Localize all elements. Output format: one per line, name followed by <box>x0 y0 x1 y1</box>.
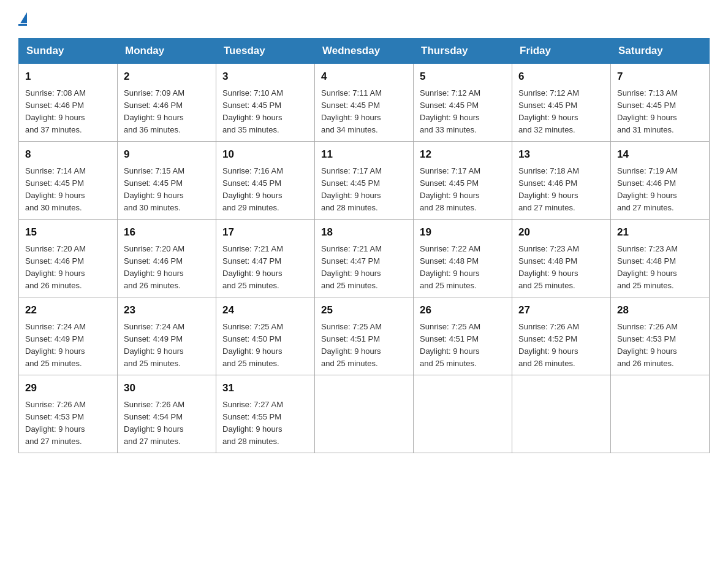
day-info: Sunrise: 7:08 AMSunset: 4:46 PMDaylight:… <box>25 88 86 134</box>
day-info: Sunrise: 7:18 AMSunset: 4:46 PMDaylight:… <box>518 166 579 212</box>
calendar-cell: 3Sunrise: 7:10 AMSunset: 4:45 PMDaylight… <box>216 64 315 142</box>
calendar-table: SundayMondayTuesdayWednesdayThursdayFrid… <box>18 38 710 453</box>
day-info: Sunrise: 7:24 AMSunset: 4:49 PMDaylight:… <box>25 322 86 368</box>
calendar-cell: 14Sunrise: 7:19 AMSunset: 4:46 PMDayligh… <box>611 142 710 220</box>
day-number: 31 <box>222 380 308 396</box>
calendar-cell: 20Sunrise: 7:23 AMSunset: 4:48 PMDayligh… <box>512 220 611 297</box>
day-number: 7 <box>617 69 703 85</box>
weekday-header-sunday: Sunday <box>19 39 118 64</box>
day-number: 9 <box>124 147 210 163</box>
day-number: 16 <box>124 224 210 240</box>
day-info: Sunrise: 7:12 AMSunset: 4:45 PMDaylight:… <box>518 88 579 134</box>
day-number: 18 <box>321 224 407 240</box>
day-number: 29 <box>25 380 111 396</box>
day-info: Sunrise: 7:14 AMSunset: 4:45 PMDaylight:… <box>25 166 86 212</box>
day-number: 21 <box>617 224 703 240</box>
day-info: Sunrise: 7:21 AMSunset: 4:47 PMDaylight:… <box>222 244 283 290</box>
calendar-cell: 22Sunrise: 7:24 AMSunset: 4:49 PMDayligh… <box>19 297 118 375</box>
weekday-header-saturday: Saturday <box>611 39 710 64</box>
calendar-cell: 18Sunrise: 7:21 AMSunset: 4:47 PMDayligh… <box>315 220 414 297</box>
weekday-header-wednesday: Wednesday <box>315 39 414 64</box>
day-number: 28 <box>617 302 703 318</box>
calendar-cell: 30Sunrise: 7:26 AMSunset: 4:54 PMDayligh… <box>118 375 216 453</box>
day-number: 17 <box>222 224 308 240</box>
day-info: Sunrise: 7:19 AMSunset: 4:46 PMDaylight:… <box>617 166 678 212</box>
calendar-cell: 7Sunrise: 7:13 AMSunset: 4:45 PMDaylight… <box>611 64 710 142</box>
day-info: Sunrise: 7:27 AMSunset: 4:55 PMDaylight:… <box>222 400 283 446</box>
day-number: 22 <box>25 302 111 318</box>
page-header <box>18 12 710 26</box>
day-number: 24 <box>222 302 308 318</box>
calendar-cell: 17Sunrise: 7:21 AMSunset: 4:47 PMDayligh… <box>216 220 315 297</box>
day-number: 19 <box>420 224 506 240</box>
calendar-cell: 19Sunrise: 7:22 AMSunset: 4:48 PMDayligh… <box>414 220 512 297</box>
calendar-cell: 29Sunrise: 7:26 AMSunset: 4:53 PMDayligh… <box>19 375 118 453</box>
weekday-header-tuesday: Tuesday <box>216 39 315 64</box>
day-info: Sunrise: 7:26 AMSunset: 4:53 PMDaylight:… <box>617 322 678 368</box>
calendar-cell <box>611 375 710 453</box>
calendar-cell <box>512 375 611 453</box>
day-info: Sunrise: 7:21 AMSunset: 4:47 PMDaylight:… <box>321 244 382 290</box>
calendar-cell: 11Sunrise: 7:17 AMSunset: 4:45 PMDayligh… <box>315 142 414 220</box>
calendar-cell <box>315 375 414 453</box>
day-info: Sunrise: 7:23 AMSunset: 4:48 PMDaylight:… <box>617 244 678 290</box>
day-number: 2 <box>124 69 210 85</box>
weekday-header-monday: Monday <box>118 39 216 64</box>
day-info: Sunrise: 7:26 AMSunset: 4:54 PMDaylight:… <box>124 400 184 446</box>
day-number: 3 <box>222 69 308 85</box>
day-number: 27 <box>518 302 604 318</box>
weekday-header-thursday: Thursday <box>414 39 512 64</box>
logo <box>18 12 27 26</box>
day-number: 1 <box>25 69 111 85</box>
day-number: 15 <box>25 224 111 240</box>
day-info: Sunrise: 7:10 AMSunset: 4:45 PMDaylight:… <box>222 88 283 134</box>
calendar-cell: 24Sunrise: 7:25 AMSunset: 4:50 PMDayligh… <box>216 297 315 375</box>
day-number: 23 <box>124 302 210 318</box>
day-info: Sunrise: 7:25 AMSunset: 4:51 PMDaylight:… <box>321 322 382 368</box>
calendar-cell: 15Sunrise: 7:20 AMSunset: 4:46 PMDayligh… <box>19 220 118 297</box>
day-number: 30 <box>124 380 210 396</box>
day-info: Sunrise: 7:25 AMSunset: 4:51 PMDaylight:… <box>420 322 480 368</box>
calendar-cell: 8Sunrise: 7:14 AMSunset: 4:45 PMDaylight… <box>19 142 118 220</box>
day-info: Sunrise: 7:12 AMSunset: 4:45 PMDaylight:… <box>420 88 480 134</box>
day-info: Sunrise: 7:24 AMSunset: 4:49 PMDaylight:… <box>124 322 184 368</box>
day-number: 5 <box>420 69 506 85</box>
day-info: Sunrise: 7:13 AMSunset: 4:45 PMDaylight:… <box>617 88 678 134</box>
calendar-cell: 10Sunrise: 7:16 AMSunset: 4:45 PMDayligh… <box>216 142 315 220</box>
day-number: 11 <box>321 147 407 163</box>
day-info: Sunrise: 7:23 AMSunset: 4:48 PMDaylight:… <box>518 244 579 290</box>
calendar-cell: 6Sunrise: 7:12 AMSunset: 4:45 PMDaylight… <box>512 64 611 142</box>
logo-flag-icon <box>20 12 27 23</box>
day-info: Sunrise: 7:20 AMSunset: 4:46 PMDaylight:… <box>124 244 184 290</box>
calendar-week-row: 1Sunrise: 7:08 AMSunset: 4:46 PMDaylight… <box>19 64 710 142</box>
day-number: 12 <box>420 147 506 163</box>
calendar-cell: 25Sunrise: 7:25 AMSunset: 4:51 PMDayligh… <box>315 297 414 375</box>
day-info: Sunrise: 7:17 AMSunset: 4:45 PMDaylight:… <box>321 166 382 212</box>
day-info: Sunrise: 7:09 AMSunset: 4:46 PMDaylight:… <box>124 88 184 134</box>
day-number: 14 <box>617 147 703 163</box>
day-number: 25 <box>321 302 407 318</box>
day-info: Sunrise: 7:26 AMSunset: 4:52 PMDaylight:… <box>518 322 579 368</box>
calendar-cell: 1Sunrise: 7:08 AMSunset: 4:46 PMDaylight… <box>19 64 118 142</box>
day-info: Sunrise: 7:20 AMSunset: 4:46 PMDaylight:… <box>25 244 86 290</box>
calendar-cell: 13Sunrise: 7:18 AMSunset: 4:46 PMDayligh… <box>512 142 611 220</box>
day-number: 20 <box>518 224 604 240</box>
day-number: 13 <box>518 147 604 163</box>
calendar-cell: 16Sunrise: 7:20 AMSunset: 4:46 PMDayligh… <box>118 220 216 297</box>
weekday-header-friday: Friday <box>512 39 611 64</box>
calendar-week-row: 8Sunrise: 7:14 AMSunset: 4:45 PMDaylight… <box>19 142 710 220</box>
day-info: Sunrise: 7:17 AMSunset: 4:45 PMDaylight:… <box>420 166 480 212</box>
calendar-cell: 9Sunrise: 7:15 AMSunset: 4:45 PMDaylight… <box>118 142 216 220</box>
calendar-week-row: 22Sunrise: 7:24 AMSunset: 4:49 PMDayligh… <box>19 297 710 375</box>
day-info: Sunrise: 7:25 AMSunset: 4:50 PMDaylight:… <box>222 322 283 368</box>
day-info: Sunrise: 7:15 AMSunset: 4:45 PMDaylight:… <box>124 166 184 212</box>
day-info: Sunrise: 7:16 AMSunset: 4:45 PMDaylight:… <box>222 166 283 212</box>
day-number: 6 <box>518 69 604 85</box>
calendar-cell: 26Sunrise: 7:25 AMSunset: 4:51 PMDayligh… <box>414 297 512 375</box>
calendar-cell: 28Sunrise: 7:26 AMSunset: 4:53 PMDayligh… <box>611 297 710 375</box>
calendar-cell: 21Sunrise: 7:23 AMSunset: 4:48 PMDayligh… <box>611 220 710 297</box>
calendar-cell: 27Sunrise: 7:26 AMSunset: 4:52 PMDayligh… <box>512 297 611 375</box>
day-number: 8 <box>25 147 111 163</box>
calendar-cell: 23Sunrise: 7:24 AMSunset: 4:49 PMDayligh… <box>118 297 216 375</box>
day-info: Sunrise: 7:11 AMSunset: 4:45 PMDaylight:… <box>321 88 382 134</box>
